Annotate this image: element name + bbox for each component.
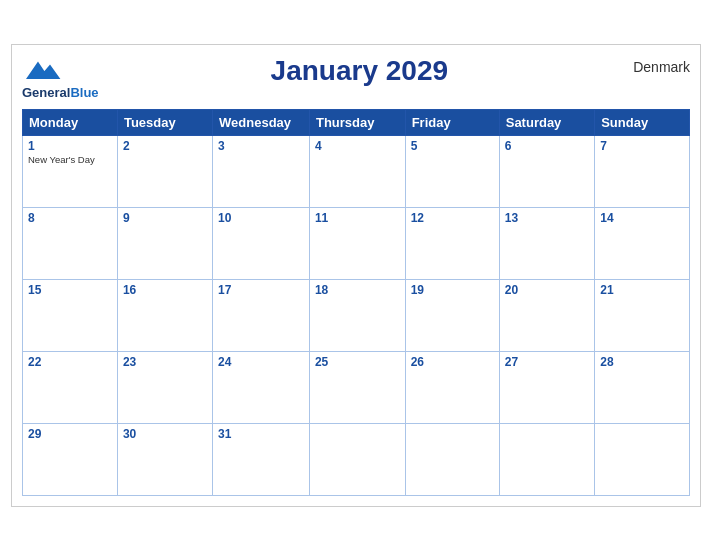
day-cell: 13	[499, 207, 594, 279]
day-number: 27	[505, 355, 589, 369]
day-number: 13	[505, 211, 589, 225]
week-row-4: 22232425262728	[23, 351, 690, 423]
day-cell: 4	[309, 135, 405, 207]
day-number: 7	[600, 139, 684, 153]
country-name: Denmark	[620, 55, 690, 75]
week-row-3: 15161718192021	[23, 279, 690, 351]
day-number: 6	[505, 139, 589, 153]
day-number: 8	[28, 211, 112, 225]
day-number: 4	[315, 139, 400, 153]
day-cell: 28	[595, 351, 690, 423]
day-number: 1	[28, 139, 112, 153]
logo-text: GeneralBlue	[22, 83, 99, 101]
day-cell: 14	[595, 207, 690, 279]
header-wednesday: Wednesday	[213, 109, 310, 135]
day-cell	[595, 423, 690, 495]
day-number: 2	[123, 139, 207, 153]
day-cell: 9	[117, 207, 212, 279]
week-row-5: 293031	[23, 423, 690, 495]
day-cell: 16	[117, 279, 212, 351]
week-row-2: 891011121314	[23, 207, 690, 279]
day-cell: 17	[213, 279, 310, 351]
day-number: 16	[123, 283, 207, 297]
day-cell: 27	[499, 351, 594, 423]
day-number: 29	[28, 427, 112, 441]
day-number: 30	[123, 427, 207, 441]
day-cell	[499, 423, 594, 495]
calendar-header: GeneralBlue January 2029 Denmark	[22, 55, 690, 101]
day-cell: 8	[23, 207, 118, 279]
day-cell: 25	[309, 351, 405, 423]
day-number: 12	[411, 211, 494, 225]
day-number: 14	[600, 211, 684, 225]
day-number: 17	[218, 283, 304, 297]
day-number: 9	[123, 211, 207, 225]
day-cell: 2	[117, 135, 212, 207]
day-cell: 31	[213, 423, 310, 495]
day-number: 5	[411, 139, 494, 153]
day-number: 19	[411, 283, 494, 297]
day-number: 28	[600, 355, 684, 369]
weekday-header-row: Monday Tuesday Wednesday Thursday Friday…	[23, 109, 690, 135]
logo-area: GeneralBlue	[22, 55, 99, 101]
day-cell: 29	[23, 423, 118, 495]
header-friday: Friday	[405, 109, 499, 135]
day-cell: 24	[213, 351, 310, 423]
day-cell: 21	[595, 279, 690, 351]
calendar-grid: Monday Tuesday Wednesday Thursday Friday…	[22, 109, 690, 496]
header-monday: Monday	[23, 109, 118, 135]
day-number: 21	[600, 283, 684, 297]
day-cell: 6	[499, 135, 594, 207]
header-sunday: Sunday	[595, 109, 690, 135]
header-saturday: Saturday	[499, 109, 594, 135]
day-number: 20	[505, 283, 589, 297]
day-number: 10	[218, 211, 304, 225]
calendar-container: GeneralBlue January 2029 Denmark Monday …	[11, 44, 701, 507]
day-cell: 15	[23, 279, 118, 351]
day-cell: 20	[499, 279, 594, 351]
day-cell: 7	[595, 135, 690, 207]
day-cell: 30	[117, 423, 212, 495]
day-number: 15	[28, 283, 112, 297]
day-cell: 12	[405, 207, 499, 279]
holiday-label: New Year's Day	[28, 154, 112, 165]
day-cell: 18	[309, 279, 405, 351]
day-cell: 23	[117, 351, 212, 423]
day-cell: 19	[405, 279, 499, 351]
month-title: January 2029	[99, 55, 620, 87]
general-blue-logo-icon	[22, 55, 62, 83]
day-number: 26	[411, 355, 494, 369]
day-number: 25	[315, 355, 400, 369]
day-number: 3	[218, 139, 304, 153]
day-cell	[405, 423, 499, 495]
day-cell: 11	[309, 207, 405, 279]
day-cell: 3	[213, 135, 310, 207]
day-cell	[309, 423, 405, 495]
day-cell: 5	[405, 135, 499, 207]
day-number: 22	[28, 355, 112, 369]
day-number: 31	[218, 427, 304, 441]
day-number: 23	[123, 355, 207, 369]
day-cell: 1New Year's Day	[23, 135, 118, 207]
day-number: 11	[315, 211, 400, 225]
day-cell: 10	[213, 207, 310, 279]
week-row-1: 1New Year's Day234567	[23, 135, 690, 207]
header-tuesday: Tuesday	[117, 109, 212, 135]
day-cell: 26	[405, 351, 499, 423]
header-thursday: Thursday	[309, 109, 405, 135]
day-number: 24	[218, 355, 304, 369]
day-number: 18	[315, 283, 400, 297]
day-cell: 22	[23, 351, 118, 423]
